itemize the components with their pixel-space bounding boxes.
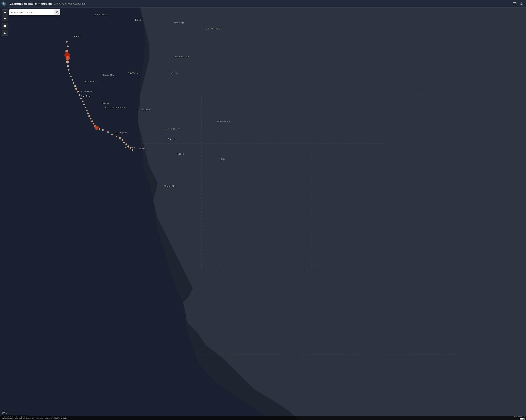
search-button[interactable] <box>54 10 60 15</box>
home-button[interactable] <box>2 23 8 29</box>
app-header: California coastal cliff erosion with Ar… <box>0 0 233 8</box>
zoom-in-button[interactable]: + <box>2 10 8 15</box>
navigation-controls <box>2 23 8 36</box>
search-bar <box>9 10 60 15</box>
map-background <box>0 8 233 184</box>
search-input[interactable] <box>9 10 54 15</box>
app-title: California coastal cliff erosion <box>10 2 52 5</box>
svg-point-3 <box>3 3 4 4</box>
svg-point-15 <box>56 11 58 13</box>
svg-point-18 <box>5 32 5 33</box>
title-section: California coastal cliff erosion with Ar… <box>8 2 233 5</box>
app-subtitle: with ArcGIS Web AppBuilder <box>54 2 85 5</box>
zoom-controls: + − <box>2 10 8 21</box>
svg-line-16 <box>58 13 58 13</box>
map-container[interactable]: OREGONWYOMINGNEVADAUTAHCALIFORNIAARIZONA… <box>0 8 233 184</box>
app-logo <box>0 0 8 8</box>
zoom-out-button[interactable]: − <box>2 15 8 21</box>
locate-button[interactable] <box>2 30 8 36</box>
